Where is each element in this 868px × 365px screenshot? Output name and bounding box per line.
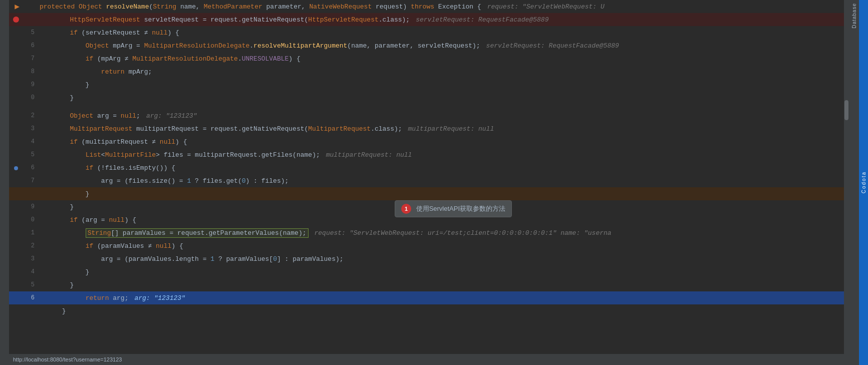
- code-line-content-24: }: [39, 268, 849, 276]
- code-line-last: }: [9, 304, 849, 317]
- tooltip-badge: 1: [401, 204, 411, 214]
- code-line-15: 5 List<MultipartFile> files = multipartR…: [9, 148, 849, 161]
- code-line-5: 5 if (servletRequest ≠ null) {: [9, 26, 849, 39]
- code-line-12: 2 Object arg = null; arg: "123123": [9, 109, 849, 122]
- codota-panel[interactable]: Codota: [859, 0, 868, 365]
- database-label: Database: [851, 3, 857, 29]
- code-line-content-8: return mpArg;: [39, 68, 849, 76]
- line-number-24: 4: [21, 268, 39, 275]
- code-line-content-5: if (servletRequest ≠ null) {: [39, 29, 849, 37]
- code-line-24: 4 }: [9, 265, 849, 278]
- status-url: http://localhost:8080/test?username=1231…: [13, 356, 122, 362]
- inline-hint-12: arg: "123123": [146, 112, 197, 120]
- right-panel: Database: [849, 0, 859, 365]
- codota-label: Codota: [860, 169, 867, 195]
- code-line-content-12: Object arg = null; arg: "123123": [39, 112, 849, 120]
- inline-hint-21: request: "ServletWebRequest: uri=/test;c…: [315, 229, 557, 237]
- code-line-13: 3 MultipartRequest multipartRequest = re…: [9, 122, 849, 135]
- code-line-26: 6 return arg; arg: "123123": [9, 291, 849, 304]
- code-line-14: 4 if (multipartRequest ≠ null) {: [9, 135, 849, 148]
- left-gutter: [0, 0, 9, 365]
- bottom-status-bar: http://localhost:8080/test?username=1231…: [9, 354, 849, 365]
- code-line-content-13: MultipartRequest multipartRequest = requ…: [39, 125, 849, 133]
- code-line-content-6: Object mpArg = MultipartResolutionDelega…: [39, 42, 849, 50]
- line-number-9: 9: [21, 81, 39, 88]
- line-number-5: 5: [21, 29, 39, 36]
- scrollbar-thumb[interactable]: [844, 100, 848, 120]
- scrollbar-track[interactable]: [844, 0, 849, 365]
- code-line-16: 6 if (!files.isEmpty()) {: [9, 161, 849, 174]
- inline-hint-2: servletRequest: RequestFacade@5889: [416, 16, 548, 24]
- code-line-content-9: }: [39, 81, 849, 89]
- inline-hint-6: servletRequest: RequestFacade@5889: [486, 42, 619, 50]
- code-line-9: 9 }: [9, 78, 849, 91]
- code-line-content-last: }: [39, 307, 849, 315]
- line-number-13: 3: [21, 125, 39, 132]
- line-number-21: 1: [21, 229, 39, 236]
- tooltip: 1 使用ServletAPI获取参数的方法: [395, 200, 512, 217]
- code-line-content-1: protected Object resolveName(String name…: [40, 3, 849, 11]
- code-line-content-22: if (paramValues ≠ null) {: [39, 242, 849, 250]
- tooltip-text: 使用ServletAPI获取参数的方法: [416, 205, 505, 212]
- code-line-close1: }: [9, 187, 849, 200]
- code-area[interactable]: ▶ protected Object resolveName(String na…: [9, 0, 849, 365]
- code-line-21: 1 String[] paramValues = request.getPara…: [9, 226, 849, 239]
- line-number-20: 0: [21, 216, 39, 223]
- code-line-content-26: return arg; arg: "123123": [39, 294, 849, 302]
- line-number-12: 2: [21, 112, 39, 119]
- code-line-25: 5 }: [9, 278, 849, 291]
- code-line-content-23: arg = (paramValues.length = 1 ? paramVal…: [39, 255, 849, 263]
- code-line-7: 7 if (mpArg ≠ MultipartResolutionDelegat…: [9, 52, 849, 65]
- inline-hint-13: multipartRequest: null: [408, 125, 494, 133]
- code-line-content-close1: }: [39, 190, 849, 198]
- code-line-content-16: if (!files.isEmpty()) {: [39, 164, 849, 172]
- code-line-17: 7 arg = (files.size() = 1 ? files.get(0)…: [9, 174, 849, 187]
- code-line-10: 0 }: [9, 91, 849, 104]
- line-number-6: 6: [21, 42, 39, 49]
- code-line-content-17: arg = (files.size() = 1 ? files.get(0) :…: [39, 177, 849, 185]
- line-number-14: 4: [21, 138, 39, 145]
- code-line-2: HttpServletRequest servletRequest = requ…: [9, 13, 849, 26]
- code-line-1: ▶ protected Object resolveName(String na…: [9, 0, 849, 13]
- line-icon-16: [11, 166, 21, 170]
- code-line-content-21: String[] paramValues = request.getParame…: [39, 228, 849, 238]
- line-number-15: 5: [21, 151, 39, 158]
- code-line-content-7: if (mpArg ≠ MultipartResolutionDelegate.…: [39, 55, 849, 63]
- line-number-10: 0: [21, 94, 39, 101]
- code-line-22: 2 if (paramValues ≠ null) {: [9, 239, 849, 252]
- inline-hint-26: arg: "123123": [134, 294, 185, 302]
- code-line-content-2: HttpServletRequest servletRequest = requ…: [39, 16, 849, 24]
- inline-hint-21b: name: "userna: [560, 229, 611, 237]
- line-number-16: 6: [21, 164, 39, 171]
- code-line-content-10: }: [39, 94, 849, 102]
- line-number-23: 3: [21, 255, 39, 262]
- code-line-23: 3 arg = (paramValues.length = 1 ? paramV…: [9, 252, 849, 265]
- inline-hint-1: request: "ServletWebRequest: U: [487, 3, 605, 11]
- line-number-7: 7: [21, 55, 39, 62]
- line-number-25: 5: [21, 281, 39, 288]
- inline-hint-15: multipartRequest: null: [326, 151, 412, 159]
- editor-container: ▶ protected Object resolveName(String na…: [0, 0, 868, 365]
- code-line-6: 6 Object mpArg = MultipartResolutionDele…: [9, 39, 849, 52]
- code-line-blank1: [9, 104, 849, 109]
- line-number-17: 7: [21, 177, 39, 184]
- debug-arrow-icon: ▶: [12, 2, 22, 12]
- code-line-8: 8 return mpArg;: [9, 65, 849, 78]
- line-number-19: 9: [21, 203, 39, 210]
- code-line-content-25: }: [39, 281, 849, 289]
- breakpoint-icon-2: [11, 17, 21, 23]
- code-line-content-14: if (multipartRequest ≠ null) {: [39, 138, 849, 146]
- code-line-content-15: List<MultipartFile> files = multipartReq…: [39, 151, 849, 159]
- line-number-8: 8: [21, 68, 39, 75]
- line-number-22: 2: [21, 242, 39, 249]
- line-number-26: 6: [21, 294, 39, 301]
